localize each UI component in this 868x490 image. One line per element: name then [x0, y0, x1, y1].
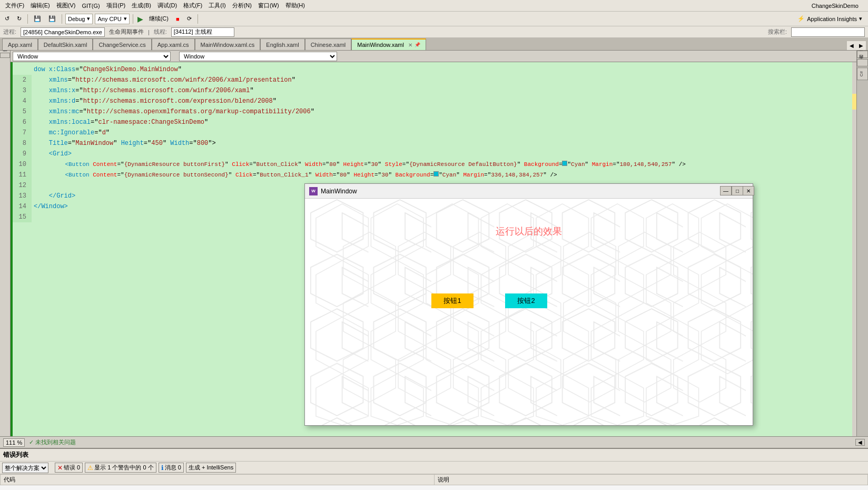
code-line-3: 3 xmlns:x="http://schemas.microsoft.com/…: [11, 85, 856, 96]
tab-app-xaml[interactable]: App.xaml: [2, 38, 38, 50]
code-line-10: 10 <Button Content="{DynamicResource but…: [11, 159, 856, 170]
error-count: 错误 0: [64, 464, 80, 472]
col-desc: 说明: [434, 475, 868, 485]
zoom-level[interactable]: 111 %: [3, 438, 25, 447]
cpu-dropdown[interactable]: Any CPU ▾: [95, 14, 129, 24]
thread-label: 线程:: [154, 28, 167, 36]
menu-analyze[interactable]: 分析(N): [229, 1, 255, 11]
error-icon: ✕: [57, 464, 63, 472]
menu-edit[interactable]: 编辑(E): [27, 1, 53, 11]
process-value[interactable]: [24856] ChangeSkinDemo.exe: [21, 27, 105, 37]
tabs-scroll-left[interactable]: ◀: [847, 41, 856, 50]
menu-debug[interactable]: 调试(D): [154, 1, 180, 11]
thread-value[interactable]: [34112] 主线程: [171, 27, 234, 37]
toolbar-sep1: [27, 14, 28, 24]
toolbar-sep4: [198, 14, 198, 24]
properties-tab[interactable]: 属性: [857, 51, 868, 58]
left-sidebar-icon1[interactable]: 资源管理: [0, 53, 10, 58]
save-button[interactable]: 💾: [31, 14, 44, 24]
tab-label: DefaultSkin.xaml: [44, 42, 87, 48]
tab-mainwindow-cs[interactable]: MainWindow.xaml.cs: [195, 38, 261, 50]
error-panel-header: 错误列表: [0, 449, 868, 462]
cpu-label: Any CPU: [97, 16, 121, 22]
tabs-row: App.xaml DefaultSkin.xaml ChangeService.…: [0, 38, 868, 51]
code-line-11: 11 <Button Content="{DynamicResource but…: [11, 170, 856, 180]
tab-chinese[interactable]: Chinese.xaml: [305, 38, 352, 50]
tab-label: App.xaml.cs: [157, 42, 189, 48]
build-filter-button[interactable]: 生成 + IntelliSens: [186, 463, 236, 473]
tab-mainwindow-xaml[interactable]: MainWindow.xaml ✕ 📌: [351, 38, 426, 50]
save-all-button[interactable]: 💾: [46, 14, 58, 24]
status-ok: ✓ 未找到相关问题: [29, 438, 76, 446]
menu-bar: 文件(F) 编辑(E) 视图(V) GIT(G) 项目(P) 生成(B) 调试(…: [0, 0, 868, 12]
menu-window[interactable]: 窗口(W): [255, 1, 282, 11]
tabs-right-controls: ◀ ▶: [847, 41, 866, 50]
search-input[interactable]: [791, 27, 865, 37]
debug-mode-dropdown[interactable]: Debug ▾: [65, 14, 93, 24]
editor-member-dropdown[interactable]: Window: [179, 52, 337, 61]
preview-btn1[interactable]: 按钮1: [431, 293, 474, 308]
code-line-1: dow x:Class="ChangeSkinDemo.MainWindow": [11, 64, 856, 75]
right-sidebar: 属性 内容 C#: [856, 51, 868, 436]
menu-build[interactable]: 生成(B): [129, 1, 154, 11]
scrollbar-thumb[interactable]: [852, 94, 856, 110]
tab-label: App.xaml: [8, 42, 32, 48]
tab-label: MainWindow.xaml: [357, 42, 404, 48]
code-line-7: 7 mc:Ignorable="d": [11, 128, 856, 138]
preview-close-btn[interactable]: ✕: [743, 186, 754, 195]
error-scope-dropdown[interactable]: 整个解决方案: [2, 463, 48, 473]
tab-english[interactable]: English.xaml: [260, 38, 304, 50]
preview-titlebar: W MainWindow — □ ✕: [305, 184, 753, 199]
info-icon: ℹ: [161, 464, 164, 472]
editor-inner-toolbar: Window Window: [11, 51, 856, 62]
tab-app-cs[interactable]: App.xaml.cs: [152, 38, 195, 50]
tab-label: ChangeService.cs: [98, 42, 145, 48]
preview-btn2[interactable]: 按钮2: [505, 293, 547, 308]
menu-format[interactable]: 格式(F): [180, 1, 205, 11]
outline-tab[interactable]: C#: [857, 67, 868, 80]
debug-mode-label: Debug: [68, 16, 85, 22]
play-button[interactable]: ▶: [136, 15, 144, 23]
restart-button[interactable]: ⟳: [184, 14, 194, 24]
undo-button[interactable]: ↺: [2, 14, 12, 24]
scroll-left-button[interactable]: ◀: [855, 439, 865, 446]
toolbar: ↺ ↻ 💾 💾 Debug ▾ Any CPU ▾ ▶ 继续(C) ■ ⟳ ⚡ …: [0, 12, 868, 26]
preview-minimize-btn[interactable]: —: [720, 186, 732, 195]
app-title: ChangeSkinDemo: [808, 2, 862, 10]
code-line-5: 5 xmlns:mc="http://schemas.openxmlformat…: [11, 106, 856, 117]
scrollbar-track[interactable]: [852, 62, 856, 436]
warning-count: 显示 1 个警告中的 0 个: [94, 464, 153, 472]
preview-maximize-btn[interactable]: □: [732, 186, 743, 195]
menu-file[interactable]: 文件(F): [2, 1, 27, 11]
tab-close-icon[interactable]: ✕: [408, 42, 412, 48]
menu-view[interactable]: 视图(V): [53, 1, 79, 11]
insights-label: Application Insights: [807, 16, 857, 22]
error-panel: 错误列表 整个解决方案 ✕ 错误 0 ⚠ 显示 1 个警告中的 0 个 ℹ 消息…: [0, 448, 868, 490]
resources-tab[interactable]: 内容: [857, 59, 868, 66]
redo-button[interactable]: ↻: [14, 14, 24, 24]
menu-git[interactable]: GIT(G): [78, 2, 103, 10]
warnings-button[interactable]: ⚠ 显示 1 个警告中的 0 个: [85, 463, 156, 473]
menu-tools[interactable]: 工具(I): [205, 1, 229, 11]
stop-button[interactable]: ■: [173, 14, 182, 24]
continue-button[interactable]: 继续(C): [146, 13, 171, 24]
search-label: 搜索栏:: [768, 28, 787, 36]
code-line-8: 8 Title="MainWindow" Height="450" Width=…: [11, 138, 856, 149]
errors-button[interactable]: ✕ 错误 0: [55, 463, 83, 473]
preview-window-icon: W: [309, 187, 318, 195]
preview-window: W MainWindow — □ ✕: [304, 183, 753, 426]
preview-text: 运行以后的效果: [496, 225, 562, 238]
insights-button[interactable]: ⚡ Application Insights ▾: [794, 14, 866, 24]
messages-button[interactable]: ℹ 消息 0: [159, 463, 184, 473]
preview-title: MainWindow: [321, 188, 748, 195]
pin-icon[interactable]: 📌: [415, 42, 420, 47]
tab-label: MainWindow.xaml.cs: [201, 42, 255, 48]
menu-help[interactable]: 帮助(H): [282, 1, 308, 11]
tabs-scroll-right[interactable]: ▶: [856, 41, 866, 50]
tab-defaultskin[interactable]: DefaultSkin.xaml: [38, 38, 93, 50]
toolbar-sep2: [62, 14, 62, 24]
menu-project[interactable]: 项目(P): [103, 1, 129, 11]
editor-scope-dropdown[interactable]: Window: [13, 52, 171, 61]
tab-changeservice[interactable]: ChangeService.cs: [93, 38, 151, 50]
lifecycle-label: 生命周期事件: [109, 28, 144, 36]
